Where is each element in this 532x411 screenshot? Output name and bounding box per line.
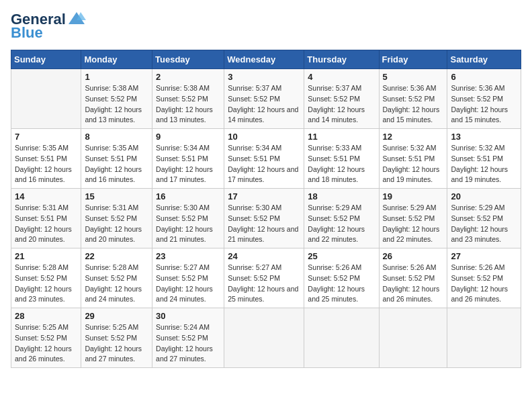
day-number: 14	[15, 191, 77, 201]
day-info: Sunrise: 5:34 AM Sunset: 5:51 PM Dayligh…	[156, 143, 220, 185]
day-cell: 17 Sunrise: 5:30 AM Sunset: 5:52 PM Dayl…	[224, 189, 304, 248]
day-info: Sunrise: 5:27 AM Sunset: 5:52 PM Dayligh…	[228, 263, 300, 305]
day-number: 6	[451, 72, 517, 82]
day-cell: 7 Sunrise: 5:35 AM Sunset: 5:51 PM Dayli…	[11, 129, 81, 189]
day-info: Sunrise: 5:35 AM Sunset: 5:51 PM Dayligh…	[15, 143, 77, 185]
day-number: 25	[308, 251, 375, 261]
day-cell: 8 Sunrise: 5:35 AM Sunset: 5:51 PM Dayli…	[81, 129, 152, 189]
day-cell: 13 Sunrise: 5:32 AM Sunset: 5:51 PM Dayl…	[447, 129, 521, 189]
day-number: 8	[85, 132, 148, 142]
header-row: SundayMondayTuesdayWednesdayThursdayFrid…	[11, 50, 521, 69]
day-cell: 15 Sunrise: 5:31 AM Sunset: 5:52 PM Dayl…	[81, 189, 152, 248]
day-info: Sunrise: 5:26 AM Sunset: 5:52 PM Dayligh…	[308, 263, 375, 305]
day-cell	[11, 69, 81, 129]
page-header: General Blue	[11, 11, 521, 42]
logo-icon	[67, 11, 86, 26]
day-info: Sunrise: 5:26 AM Sunset: 5:52 PM Dayligh…	[451, 263, 517, 305]
day-info: Sunrise: 5:38 AM Sunset: 5:52 PM Dayligh…	[85, 83, 148, 126]
day-number: 23	[156, 251, 220, 261]
day-number: 7	[15, 132, 77, 142]
day-info: Sunrise: 5:25 AM Sunset: 5:52 PM Dayligh…	[85, 322, 148, 365]
day-number: 22	[85, 251, 148, 261]
day-cell: 4 Sunrise: 5:37 AM Sunset: 5:52 PM Dayli…	[304, 69, 379, 129]
day-info: Sunrise: 5:28 AM Sunset: 5:52 PM Dayligh…	[15, 263, 77, 305]
week-row-1: 1 Sunrise: 5:38 AM Sunset: 5:52 PM Dayli…	[11, 69, 521, 129]
day-cell: 24 Sunrise: 5:27 AM Sunset: 5:52 PM Dayl…	[224, 248, 304, 308]
day-cell: 30 Sunrise: 5:24 AM Sunset: 5:52 PM Dayl…	[152, 308, 224, 368]
day-info: Sunrise: 5:34 AM Sunset: 5:51 PM Dayligh…	[228, 143, 300, 185]
day-info: Sunrise: 5:33 AM Sunset: 5:51 PM Dayligh…	[308, 143, 375, 185]
day-cell: 6 Sunrise: 5:36 AM Sunset: 5:52 PM Dayli…	[447, 69, 521, 129]
day-cell: 26 Sunrise: 5:26 AM Sunset: 5:52 PM Dayl…	[379, 248, 447, 308]
day-number: 28	[15, 311, 77, 321]
day-number: 12	[383, 132, 444, 142]
day-cell	[379, 308, 447, 368]
column-header-thursday: Thursday	[304, 50, 379, 69]
day-cell: 3 Sunrise: 5:37 AM Sunset: 5:52 PM Dayli…	[224, 69, 304, 129]
day-cell: 11 Sunrise: 5:33 AM Sunset: 5:51 PM Dayl…	[304, 129, 379, 189]
column-header-tuesday: Tuesday	[152, 50, 224, 69]
day-info: Sunrise: 5:31 AM Sunset: 5:51 PM Dayligh…	[15, 203, 77, 245]
day-cell: 18 Sunrise: 5:29 AM Sunset: 5:52 PM Dayl…	[304, 189, 379, 248]
day-number: 27	[451, 251, 517, 261]
column-header-sunday: Sunday	[11, 50, 81, 69]
day-info: Sunrise: 5:30 AM Sunset: 5:52 PM Dayligh…	[228, 203, 300, 245]
column-header-friday: Friday	[379, 50, 447, 69]
day-cell: 10 Sunrise: 5:34 AM Sunset: 5:51 PM Dayl…	[224, 129, 304, 189]
day-info: Sunrise: 5:31 AM Sunset: 5:52 PM Dayligh…	[85, 203, 148, 245]
day-number: 20	[451, 191, 517, 201]
day-number: 4	[308, 72, 375, 82]
day-info: Sunrise: 5:26 AM Sunset: 5:52 PM Dayligh…	[383, 263, 444, 305]
day-cell: 9 Sunrise: 5:34 AM Sunset: 5:51 PM Dayli…	[152, 129, 224, 189]
day-cell: 19 Sunrise: 5:29 AM Sunset: 5:52 PM Dayl…	[379, 189, 447, 248]
week-row-4: 21 Sunrise: 5:28 AM Sunset: 5:52 PM Dayl…	[11, 248, 521, 308]
day-cell: 29 Sunrise: 5:25 AM Sunset: 5:52 PM Dayl…	[81, 308, 152, 368]
day-info: Sunrise: 5:29 AM Sunset: 5:52 PM Dayligh…	[308, 203, 375, 245]
day-info: Sunrise: 5:28 AM Sunset: 5:52 PM Dayligh…	[85, 263, 148, 305]
day-cell	[304, 308, 379, 368]
day-number: 30	[156, 311, 220, 321]
day-number: 17	[228, 191, 300, 201]
day-cell: 28 Sunrise: 5:25 AM Sunset: 5:52 PM Dayl…	[11, 308, 81, 368]
day-cell: 23 Sunrise: 5:27 AM Sunset: 5:52 PM Dayl…	[152, 248, 224, 308]
day-number: 19	[383, 191, 444, 201]
day-number: 3	[228, 72, 300, 82]
day-cell: 25 Sunrise: 5:26 AM Sunset: 5:52 PM Dayl…	[304, 248, 379, 308]
day-number: 24	[228, 251, 300, 261]
column-header-wednesday: Wednesday	[224, 50, 304, 69]
day-info: Sunrise: 5:37 AM Sunset: 5:52 PM Dayligh…	[308, 83, 375, 126]
day-cell: 2 Sunrise: 5:38 AM Sunset: 5:52 PM Dayli…	[152, 69, 224, 129]
day-number: 5	[383, 72, 444, 82]
day-info: Sunrise: 5:32 AM Sunset: 5:51 PM Dayligh…	[451, 143, 517, 185]
day-info: Sunrise: 5:30 AM Sunset: 5:52 PM Dayligh…	[156, 203, 220, 245]
day-cell: 27 Sunrise: 5:26 AM Sunset: 5:52 PM Dayl…	[447, 248, 521, 308]
day-cell: 5 Sunrise: 5:36 AM Sunset: 5:52 PM Dayli…	[379, 69, 447, 129]
day-info: Sunrise: 5:32 AM Sunset: 5:51 PM Dayligh…	[383, 143, 444, 185]
day-number: 26	[383, 251, 444, 261]
column-header-saturday: Saturday	[447, 50, 521, 69]
day-number: 18	[308, 191, 375, 201]
calendar-table: SundayMondayTuesdayWednesdayThursdayFrid…	[11, 50, 521, 368]
day-cell: 22 Sunrise: 5:28 AM Sunset: 5:52 PM Dayl…	[81, 248, 152, 308]
day-number: 2	[156, 72, 220, 82]
day-info: Sunrise: 5:24 AM Sunset: 5:52 PM Dayligh…	[156, 322, 220, 365]
week-row-3: 14 Sunrise: 5:31 AM Sunset: 5:51 PM Dayl…	[11, 189, 521, 248]
day-info: Sunrise: 5:37 AM Sunset: 5:52 PM Dayligh…	[228, 83, 300, 126]
week-row-2: 7 Sunrise: 5:35 AM Sunset: 5:51 PM Dayli…	[11, 129, 521, 189]
day-number: 15	[85, 191, 148, 201]
day-number: 10	[228, 132, 300, 142]
day-info: Sunrise: 5:29 AM Sunset: 5:52 PM Dayligh…	[451, 203, 517, 245]
day-cell	[447, 308, 521, 368]
day-number: 16	[156, 191, 220, 201]
day-info: Sunrise: 5:35 AM Sunset: 5:51 PM Dayligh…	[85, 143, 148, 185]
day-cell: 14 Sunrise: 5:31 AM Sunset: 5:51 PM Dayl…	[11, 189, 81, 248]
day-cell: 1 Sunrise: 5:38 AM Sunset: 5:52 PM Dayli…	[81, 69, 152, 129]
day-info: Sunrise: 5:29 AM Sunset: 5:52 PM Dayligh…	[383, 203, 444, 245]
day-number: 11	[308, 132, 375, 142]
day-info: Sunrise: 5:36 AM Sunset: 5:52 PM Dayligh…	[451, 83, 517, 126]
column-header-monday: Monday	[81, 50, 152, 69]
day-number: 29	[85, 311, 148, 321]
day-cell: 21 Sunrise: 5:28 AM Sunset: 5:52 PM Dayl…	[11, 248, 81, 308]
day-number: 1	[85, 72, 148, 82]
calendar-body: 1 Sunrise: 5:38 AM Sunset: 5:52 PM Dayli…	[11, 69, 521, 368]
